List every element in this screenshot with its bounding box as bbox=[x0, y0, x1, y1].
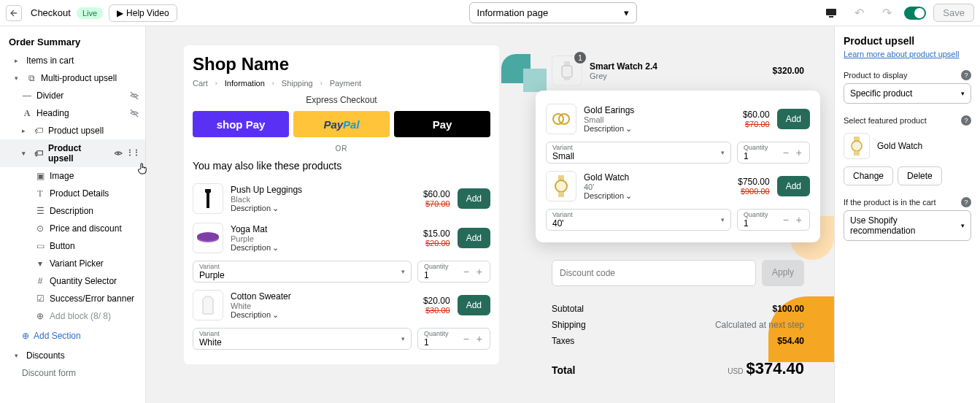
qty-plus[interactable]: + bbox=[475, 333, 484, 345]
product-price: $15.00 bbox=[423, 229, 450, 239]
label: Discounts bbox=[26, 350, 139, 361]
qty-plus[interactable]: + bbox=[795, 214, 803, 226]
label: Divider bbox=[36, 91, 125, 101]
sidebar-item-product-details[interactable]: T Product Details bbox=[0, 185, 145, 202]
qty-plus[interactable]: + bbox=[475, 266, 484, 277]
select-caret-icon: ▾ bbox=[961, 90, 965, 97]
add-button[interactable]: Add bbox=[458, 295, 490, 315]
product-description-toggle[interactable]: Description ⌄ bbox=[231, 204, 416, 213]
variant-picker[interactable]: Variant 40' ▾ bbox=[546, 209, 731, 231]
product-description-toggle[interactable]: Description ⌄ bbox=[231, 310, 416, 320]
desktop-view-icon[interactable] bbox=[821, 3, 841, 23]
quantity-stepper: Quantity 1 − + bbox=[737, 142, 810, 164]
preview-toggle[interactable] bbox=[904, 7, 926, 20]
qty-minus[interactable]: − bbox=[782, 214, 790, 226]
sidebar-item-product-upsell-2[interactable]: ▾ 🏷 Product upsell ⋮⋮ bbox=[0, 139, 145, 167]
sidebar-item-items-in-cart[interactable]: ▸ Items in cart bbox=[0, 52, 145, 69]
product-name: Gold Earings bbox=[584, 105, 736, 115]
product-display-select[interactable]: Specific product ▾ bbox=[844, 83, 971, 104]
label: Heading bbox=[36, 108, 125, 118]
add-button[interactable]: Add bbox=[458, 228, 490, 248]
product-name: Cotton Sweater bbox=[231, 291, 416, 302]
discount-input[interactable] bbox=[552, 260, 756, 286]
delete-button[interactable]: Delete bbox=[898, 166, 942, 185]
qty-minus[interactable]: − bbox=[782, 147, 790, 158]
play-icon: ▶ bbox=[117, 8, 123, 18]
field-label: Product to display bbox=[844, 71, 907, 80]
help-icon[interactable]: ? bbox=[961, 70, 971, 80]
undo-icon[interactable]: ↶ bbox=[849, 3, 869, 23]
crumb-shipping[interactable]: Shipping bbox=[282, 79, 313, 88]
svg-rect-7 bbox=[564, 77, 570, 80]
help-video-button[interactable]: ▶ Help Video bbox=[109, 4, 177, 22]
crumb-cart[interactable]: Cart bbox=[193, 79, 208, 88]
learn-more-link[interactable]: Learn more about product upsell bbox=[844, 50, 971, 58]
variant-picker[interactable]: Variant Purple ▾ bbox=[193, 261, 412, 283]
drag-icon[interactable]: ⋮⋮ bbox=[126, 148, 139, 158]
qty-label: Quantity bbox=[744, 144, 777, 151]
caret-right-icon: ▸ bbox=[15, 57, 22, 64]
if-in-cart-select[interactable]: Use Shopify recommendation ▾ bbox=[844, 210, 971, 241]
product-description-toggle[interactable]: Description ⌄ bbox=[231, 243, 416, 253]
product-price: $750.00 bbox=[738, 177, 769, 187]
product-price: $60.00 bbox=[423, 189, 450, 199]
sidebar-add-block[interactable]: ⊕ Add block (8/ 8) bbox=[0, 307, 145, 325]
save-button[interactable]: Save bbox=[933, 4, 974, 22]
sidebar-item-image[interactable]: ▣ Image bbox=[0, 167, 145, 185]
sidebar-item-qty-selector[interactable]: # Quantity Selector bbox=[0, 272, 145, 290]
sidebar-item-discounts[interactable]: ▾ Discounts bbox=[0, 347, 145, 364]
sidebar-item-heading[interactable]: A Heading bbox=[0, 104, 145, 122]
variant-picker[interactable]: Variant Small ▾ bbox=[546, 142, 731, 164]
quantity-stepper: Quantity 1 − + bbox=[737, 209, 810, 231]
redo-icon[interactable]: ↷ bbox=[876, 3, 897, 23]
sidebar-item-product-upsell-1[interactable]: ▸ 🏷 Product upsell bbox=[0, 122, 145, 139]
shop-pay-button[interactable]: shop Pay bbox=[193, 111, 289, 137]
svg-point-4 bbox=[197, 232, 219, 241]
cart-area: 1 Smart Watch 2.4 Grey $320.00 Gold Eari… bbox=[536, 53, 820, 378]
svg-rect-13 bbox=[854, 137, 860, 141]
variant-qty-row: Variant Small ▾ Quantity 1 − + bbox=[546, 142, 810, 164]
change-button[interactable]: Change bbox=[844, 166, 893, 185]
qty-plus[interactable]: + bbox=[795, 147, 803, 158]
label: Multi-product upsell bbox=[41, 73, 139, 83]
label: Add Section bbox=[34, 331, 81, 341]
product-description-toggle[interactable]: Description ⌄ bbox=[584, 124, 736, 134]
sidebar-item-variant-picker[interactable]: ▾ Variant Picker bbox=[0, 255, 145, 272]
crumb-information[interactable]: Information bbox=[225, 79, 265, 88]
variant-label: Variant bbox=[552, 144, 717, 151]
qty-minus[interactable]: − bbox=[462, 266, 471, 277]
help-icon[interactable]: ? bbox=[961, 115, 971, 126]
product-description-toggle[interactable]: Description ⌄ bbox=[584, 191, 730, 201]
qty-minus[interactable]: − bbox=[462, 333, 471, 345]
page-select[interactable]: Information page ▾ bbox=[469, 2, 637, 23]
help-icon[interactable]: ? bbox=[961, 197, 971, 207]
add-button[interactable]: Add bbox=[777, 109, 810, 129]
product-image bbox=[546, 171, 576, 202]
sidebar-item-description[interactable]: ☰ Description bbox=[0, 202, 145, 220]
eye-icon[interactable] bbox=[113, 148, 123, 158]
apply-button[interactable]: Apply bbox=[762, 260, 804, 286]
back-button[interactable] bbox=[6, 5, 22, 21]
add-button[interactable]: Add bbox=[458, 188, 490, 209]
chevron-right-icon: › bbox=[272, 80, 274, 87]
sidebar-add-section[interactable]: ⊕ Add Section bbox=[0, 325, 145, 347]
variant-picker[interactable]: Variant White ▾ bbox=[193, 328, 412, 350]
sidebar-item-success-error[interactable]: ☑ Success/Error banner bbox=[0, 290, 145, 307]
products-panel: Shop Name Cart › Information › Shipping … bbox=[184, 45, 499, 364]
featured-product-name: Gold Watch bbox=[877, 141, 922, 151]
sidebar-item-button[interactable]: ▭ Button bbox=[0, 237, 145, 255]
sidebar-item-price-discount[interactable]: ⊙ Price and discount bbox=[0, 220, 145, 237]
crumb-payment[interactable]: Payment bbox=[330, 79, 361, 88]
sidebar-item-multi-upsell[interactable]: ▾ ⧉ Multi-product upsell bbox=[0, 69, 145, 87]
qty-value: 1 bbox=[744, 218, 777, 229]
lines-icon: ☰ bbox=[35, 206, 45, 216]
or-separator: OR bbox=[193, 137, 490, 160]
sidebar-item-divider[interactable]: — Divider bbox=[0, 87, 145, 104]
coin-icon: ⊙ bbox=[35, 223, 45, 234]
add-button[interactable]: Add bbox=[777, 176, 810, 196]
paypal-button[interactable]: PayPal bbox=[293, 111, 390, 137]
sidebar-item-discount-form[interactable]: Discount form bbox=[0, 364, 145, 382]
apple-pay-button[interactable]: Pay bbox=[394, 111, 490, 137]
variant-value: 40' bbox=[552, 218, 717, 229]
product-row: Cotton Sweater White Description ⌄ $20.0… bbox=[193, 285, 490, 325]
